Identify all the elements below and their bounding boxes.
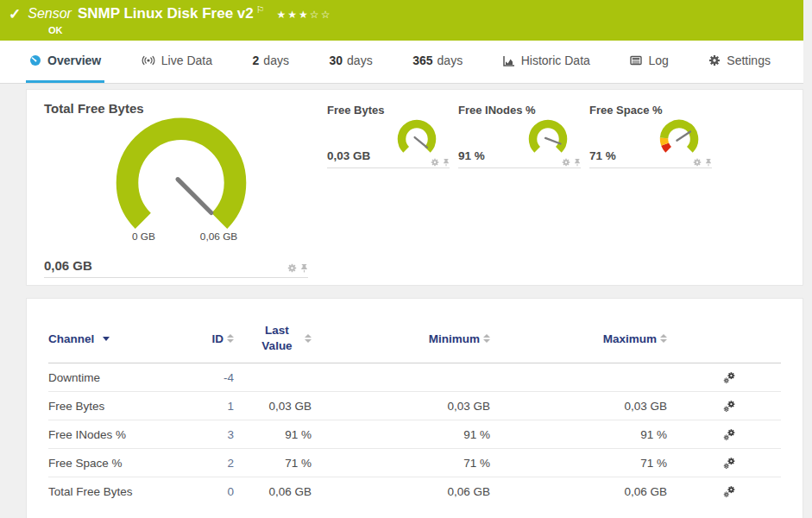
minimum-value: 0,03 GB: [447, 400, 490, 413]
channel-id: 2: [227, 457, 234, 470]
tab-365-days[interactable]: 365 days: [409, 41, 466, 83]
sort-arrows-icon: [227, 334, 234, 343]
main-gauge-chart: 0 GB 0,06 GB: [99, 116, 263, 255]
sort-arrows-icon: [660, 334, 667, 343]
status-ok-check-icon: ✓: [9, 5, 21, 23]
main-gauge-value: 0,06 GB: [44, 258, 92, 273]
channel-table: Channel ID Last Value Minimum Maximum: [26, 298, 803, 518]
historic-chart-icon: [503, 55, 515, 66]
table-row-free-bytes[interactable]: Free Bytes 1 0,03 GB 0,03 GB 0,03 GB: [48, 391, 781, 420]
mini-gauge-value: 71 %: [589, 149, 616, 162]
object-kind-label: Sensor: [28, 6, 72, 22]
column-header-channel[interactable]: Channel: [48, 332, 191, 345]
tab-2-days[interactable]: 2 days: [249, 41, 293, 83]
pin-channel-icon[interactable]: [443, 158, 450, 167]
gauge-icon: [29, 54, 41, 66]
tab-bar: Overview Live Data 2 days 30 days 365 da…: [0, 41, 803, 84]
tab-historic-data[interactable]: Historic Data: [500, 41, 594, 83]
tab-label: Log: [648, 54, 668, 67]
mini-gauge-free-bytes: Free Bytes 0,03 GB: [327, 101, 458, 285]
log-icon: [630, 55, 642, 66]
tab-settings[interactable]: Settings: [705, 41, 774, 83]
channel-settings-gear-icon[interactable]: [431, 158, 439, 167]
mini-gauge-chart: [391, 117, 443, 164]
maximum-value: 71 %: [640, 457, 667, 470]
table-row-free-inodes[interactable]: Free INodes % 3 91 % 91 % 91 %: [48, 420, 781, 448]
pin-channel-icon[interactable]: [300, 263, 308, 273]
column-header-id[interactable]: ID: [212, 332, 235, 345]
last-value: 71 %: [285, 457, 312, 470]
mini-gauge-free-space: Free Space % 71 %: [589, 101, 721, 285]
last-value: 0,06 GB: [268, 485, 312, 498]
sorted-desc-icon: [103, 337, 110, 341]
channel-name: Total Free Bytes: [48, 485, 191, 498]
maximum-value: 91 %: [640, 428, 667, 441]
channel-id: 1: [227, 400, 234, 413]
channel-id: -4: [223, 371, 234, 384]
pin-channel-icon[interactable]: [705, 158, 712, 167]
channel-id: 3: [227, 428, 234, 441]
gear-icon: [708, 54, 721, 66]
sort-arrows-icon: [305, 334, 312, 343]
tab-number: 30: [329, 54, 343, 67]
main-gauge-block: Total Free Bytes 0 GB 0,06 GB 0,06 GB: [44, 101, 318, 285]
live-data-icon: [142, 55, 155, 66]
mini-gauge-value: 91 %: [458, 149, 485, 162]
priority-stars[interactable]: ★★★☆☆: [277, 9, 332, 21]
mini-gauge-chart: [522, 117, 574, 164]
tab-30-days[interactable]: 30 days: [325, 41, 375, 83]
channel-settings-gear-icon[interactable]: [693, 158, 702, 167]
maximum-value: 0,03 GB: [624, 400, 667, 413]
channel-id: 0: [227, 485, 234, 498]
table-body: Downtime -4 Free Bytes 1 0,03 GB 0,03 GB…: [48, 363, 781, 505]
tab-label: days: [437, 54, 463, 67]
minimum-value: 91 %: [463, 428, 490, 441]
tab-number: 365: [412, 54, 432, 67]
tab-label: Settings: [727, 54, 771, 67]
mini-gauge-free-inodes: Free INodes % 91 %: [458, 101, 589, 285]
tab-overview[interactable]: Overview: [26, 41, 104, 83]
column-header-minimum[interactable]: Minimum: [429, 332, 490, 345]
tab-label: Live Data: [161, 54, 212, 67]
table-row-free-space[interactable]: Free Space % 2 71 % 71 % 71 %: [48, 448, 781, 477]
sort-arrows-icon: [483, 334, 490, 343]
main-gauge-title: Total Free Bytes: [44, 101, 318, 116]
channel-settings-gears-icon[interactable]: [723, 457, 736, 470]
table-row-total-free-bytes[interactable]: Total Free Bytes 0 0,06 GB 0,06 GB 0,06 …: [48, 477, 781, 505]
tab-label: days: [347, 54, 373, 67]
gauge-max-label: 0,06 GB: [200, 231, 238, 243]
status-badge: OK: [48, 25, 795, 35]
gauges-panel: Total Free Bytes 0 GB 0,06 GB 0,06 GB Fr…: [26, 89, 803, 286]
table-header-row: Channel ID Last Value Minimum Maximum: [48, 323, 781, 363]
channel-settings-gears-icon[interactable]: [723, 400, 736, 413]
tab-label: Historic Data: [521, 54, 590, 67]
mini-gauge-value: 0,03 GB: [327, 149, 370, 162]
gauge-min-label: 0 GB: [132, 231, 155, 243]
flag-icon[interactable]: ⚐: [256, 4, 265, 16]
last-value: 91 %: [285, 428, 312, 441]
channel-settings-gears-icon[interactable]: [723, 371, 736, 384]
sensor-title: SNMP Linux Disk Free v2: [78, 5, 254, 22]
tab-label: days: [263, 54, 289, 67]
gauge-needle: [178, 180, 211, 213]
channel-name: Free Space %: [48, 457, 191, 470]
table-row-downtime[interactable]: Downtime -4: [48, 363, 781, 391]
channel-settings-gears-icon[interactable]: [723, 485, 736, 498]
maximum-value: 0,06 GB: [624, 485, 667, 498]
column-header-maximum[interactable]: Maximum: [603, 332, 667, 345]
sensor-status-header: ✓ Sensor SNMP Linux Disk Free v2 ⚐ ★★★☆☆…: [0, 0, 803, 41]
channel-settings-gear-icon[interactable]: [287, 263, 297, 273]
channel-name: Free Bytes: [48, 400, 191, 413]
tab-log[interactable]: Log: [626, 41, 671, 83]
channel-settings-gears-icon[interactable]: [723, 428, 736, 441]
page: ✓ Sensor SNMP Linux Disk Free v2 ⚐ ★★★☆☆…: [0, 0, 803, 518]
channel-name: Downtime: [48, 371, 191, 384]
pin-channel-icon[interactable]: [574, 158, 581, 167]
mini-gauges: Free Bytes 0,03 GB Free INodes % 9: [327, 101, 721, 285]
channel-settings-gear-icon[interactable]: [562, 158, 570, 167]
channel-name: Free INodes %: [48, 428, 191, 441]
column-header-last-value[interactable]: Last Value: [253, 323, 312, 354]
mini-gauge-chart: [653, 117, 705, 164]
minimum-value: 71 %: [463, 457, 490, 470]
tab-live-data[interactable]: Live Data: [138, 41, 216, 83]
